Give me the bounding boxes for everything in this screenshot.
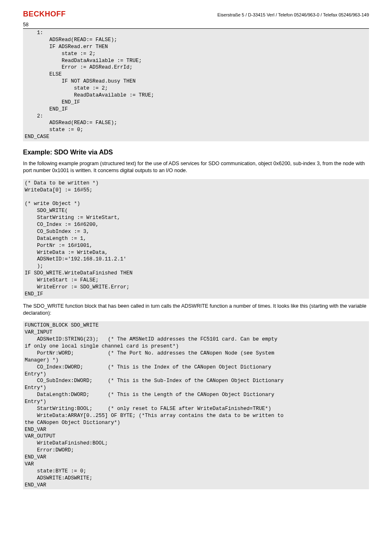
paragraph-funcblock: The SDO_WRITE function block that has be… [23,303,369,317]
code-block-1: 1: ADSRead(READ:= FALSE); IF ADSRead.err… [23,29,369,141]
paragraph-intro: In the following example program (struct… [23,160,369,174]
page-header: BECKHOFF Eiserstraße 5 / D-33415 Verl / … [23,10,369,18]
page-container: BECKHOFF Eiserstraße 5 / D-33415 Verl / … [0,0,392,506]
page-number: 58 [23,22,369,28]
code-block-3: FUNCTION_BLOCK SDO_WRITE VAR_INPUT ADSNe… [23,321,369,489]
brand-logo: BECKHOFF [23,10,66,18]
header-contact: Eiserstraße 5 / D-33415 Verl / Telefon 0… [217,12,369,17]
section-heading-sdo-write: Example: SDO Write via ADS [23,149,369,156]
code-block-2: (* Data to be written *) WriteData[0] :=… [23,179,369,299]
